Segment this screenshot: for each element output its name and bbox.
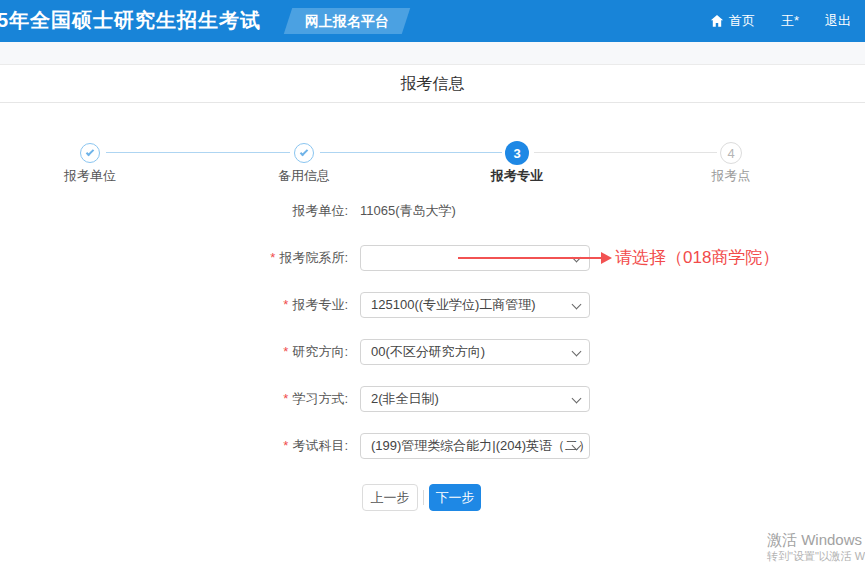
- major-label: *报考专业:: [0, 292, 348, 318]
- sub-header-strip: [0, 42, 865, 65]
- study-mode-select[interactable]: 2(非全日制): [360, 386, 590, 412]
- step-3-circle: 3: [505, 141, 529, 165]
- research-direction-label: *研究方向:: [0, 339, 348, 365]
- required-marker: *: [283, 344, 288, 359]
- next-step-button[interactable]: 下一步: [429, 484, 481, 511]
- annotation-arrow-head: [601, 252, 612, 264]
- button-separator: [423, 490, 424, 505]
- step-connector-1: [106, 152, 290, 153]
- study-mode-label: *学习方式:: [0, 386, 348, 412]
- step-3-number: 3: [513, 146, 520, 161]
- study-mode-row: *学习方式: 2(非全日制): [0, 386, 865, 412]
- header-nav: 首页 王* 退出: [710, 0, 851, 42]
- page-root: 5年全国硕士研究生招生考试 网上报名平台 首页 王* 退出 报考信息: [0, 0, 865, 566]
- exam-subjects-select-value: (199)管理类综合能力|(204)英语（二）|(-)...: [371, 438, 590, 453]
- required-marker: *: [283, 297, 288, 312]
- unit-value: 11065(青岛大学): [360, 202, 456, 220]
- major-row: *报考专业: 125100((专业学位)工商管理): [0, 292, 865, 318]
- step-3-label: 报考专业: [457, 167, 577, 185]
- required-marker: *: [283, 391, 288, 406]
- step-connector-3: [534, 152, 717, 153]
- exam-subjects-label-text: 考试科目:: [292, 438, 348, 453]
- prev-step-button[interactable]: 上一步: [362, 484, 418, 511]
- step-2-circle: [294, 143, 314, 163]
- research-direction-label-text: 研究方向:: [292, 344, 348, 359]
- research-direction-row: *研究方向: 00(不区分研究方向): [0, 339, 865, 365]
- platform-badge-label: 网上报名平台: [288, 8, 406, 34]
- department-label: *报考院系所:: [0, 245, 348, 271]
- step-1-circle: [80, 143, 100, 163]
- annotation-arrow-line: [458, 257, 602, 259]
- department-label-text: 报考院系所:: [279, 250, 348, 265]
- annotation-text: 请选择（018商学院）: [615, 246, 779, 269]
- major-select-value: 125100((专业学位)工商管理): [371, 297, 536, 312]
- page-title: 报考信息: [0, 65, 865, 103]
- nav-logout[interactable]: 退出: [825, 12, 851, 30]
- exam-subjects-row: *考试科目: (199)管理类综合能力|(204)英语（二）|(-)...: [0, 433, 865, 459]
- study-mode-select-value: 2(非全日制): [371, 391, 439, 406]
- research-direction-select[interactable]: 00(不区分研究方向): [360, 339, 590, 365]
- major-label-text: 报考专业:: [292, 297, 348, 312]
- unit-label: 报考单位:: [0, 202, 348, 220]
- chevron-down-icon: [572, 300, 582, 310]
- page-title-bar: 报考信息: [0, 65, 865, 103]
- required-marker: *: [270, 250, 275, 265]
- exam-subjects-label: *考试科目:: [0, 433, 348, 459]
- windows-activation-watermark-line1: 激活 Windows: [767, 531, 862, 550]
- step-connector-2: [320, 152, 502, 153]
- platform-badge: 网上报名平台: [284, 8, 410, 34]
- step-4-number: 4: [727, 146, 734, 161]
- nav-home[interactable]: 首页: [710, 12, 755, 30]
- nav-username[interactable]: 王*: [781, 12, 799, 30]
- nav-logout-label: 退出: [825, 12, 851, 30]
- check-icon: [86, 148, 94, 156]
- exam-subjects-select[interactable]: (199)管理类综合能力|(204)英语（二）|(-)...: [360, 433, 590, 459]
- nav-username-label: 王*: [781, 12, 799, 30]
- check-icon: [300, 148, 308, 156]
- study-mode-label-text: 学习方式:: [292, 391, 348, 406]
- chevron-down-icon: [572, 347, 582, 357]
- step-1-label: 报考单位: [30, 167, 150, 185]
- home-icon: [710, 14, 724, 28]
- step-4-label: 报考点: [671, 167, 791, 185]
- step-2-label: 备用信息: [244, 167, 364, 185]
- major-select[interactable]: 125100((专业学位)工商管理): [360, 292, 590, 318]
- windows-activation-watermark-line2: 转到"设置"以激活 W: [767, 549, 865, 564]
- nav-home-label: 首页: [729, 12, 755, 30]
- step-4-circle: 4: [720, 142, 742, 164]
- unit-row: 报考单位: 11065(青岛大学): [0, 202, 865, 220]
- site-title: 5年全国硕士研究生招生考试: [0, 7, 261, 34]
- research-direction-select-value: 00(不区分研究方向): [371, 344, 485, 359]
- app-header: 5年全国硕士研究生招生考试 网上报名平台 首页 王* 退出: [0, 0, 865, 42]
- required-marker: *: [283, 438, 288, 453]
- chevron-down-icon: [572, 394, 582, 404]
